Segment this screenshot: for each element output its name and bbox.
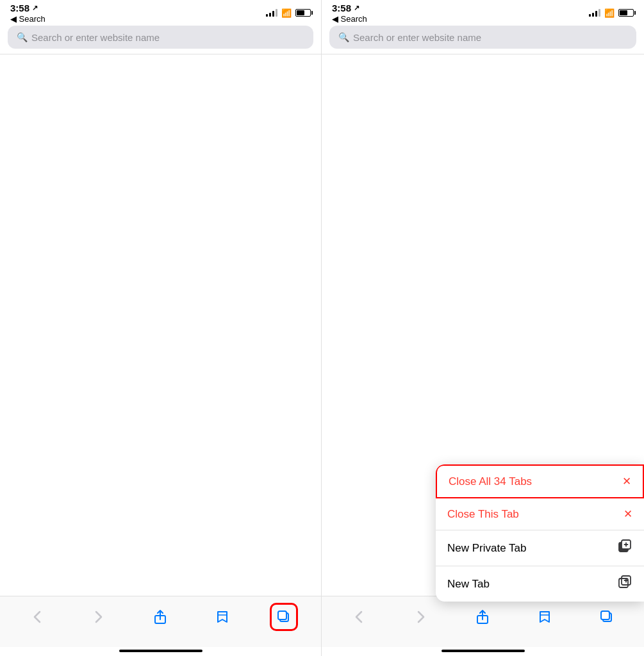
new-tab-icon — [618, 575, 632, 593]
svg-rect-2 — [278, 611, 286, 619]
right-wifi-icon: 📶 — [604, 8, 615, 18]
close-this-tab-icon: ✕ — [623, 507, 632, 521]
close-all-tabs-label: Close All 34 Tabs — [449, 475, 532, 488]
left-bookmarks-button[interactable] — [208, 603, 236, 631]
battery-icon — [295, 9, 311, 17]
new-private-tab-label: New Private Tab — [447, 542, 526, 555]
right-home-indicator — [442, 650, 525, 652]
location-icon: ↗ — [32, 4, 38, 12]
right-status-icons: 📶 — [589, 8, 634, 18]
left-status-icons: 📶 — [266, 8, 311, 18]
context-menu: Close All 34 Tabs ✕ Close This Tab ✕ New… — [436, 464, 644, 602]
right-share-button[interactable] — [468, 603, 497, 631]
left-back-nav[interactable]: ◀ Search — [10, 14, 45, 24]
left-search-bar[interactable]: 🔍 Search or enter website name — [8, 26, 313, 49]
wifi-icon: 📶 — [281, 8, 292, 18]
right-battery-icon — [618, 9, 634, 17]
right-status-bar: 3:58 ↗ ◀ Search 📶 — [322, 0, 644, 23]
right-location-icon: ↗ — [354, 4, 359, 12]
right-time: 3:58 ↗ — [332, 3, 367, 13]
left-back-button[interactable] — [23, 603, 51, 631]
close-all-tabs-icon: ✕ — [622, 475, 631, 488]
new-private-tab-icon — [618, 539, 632, 557]
new-tab-item[interactable]: New Tab — [436, 566, 644, 602]
left-content — [0, 54, 321, 596]
right-bookmarks-button[interactable] — [531, 603, 559, 631]
right-tabs-button[interactable] — [593, 603, 621, 631]
right-forward-button[interactable] — [407, 603, 435, 631]
new-tab-label: New Tab — [447, 578, 490, 591]
left-search-placeholder: Search or enter website name — [31, 32, 160, 43]
right-panel: 3:58 ↗ ◀ Search 📶 🔍 Search or enter webs… — [322, 0, 644, 656]
close-all-tabs-item[interactable]: Close All 34 Tabs ✕ — [436, 464, 644, 498]
left-panel: 3:58 ↗ ◀ Search 📶 🔍 Search or enter webs… — [0, 0, 322, 656]
svg-rect-13 — [601, 611, 609, 619]
left-share-button[interactable] — [146, 603, 174, 631]
left-tabs-button[interactable] — [270, 603, 298, 631]
right-toolbar — [322, 596, 644, 647]
close-this-tab-label: Close This Tab — [447, 508, 519, 521]
new-private-tab-item[interactable]: New Private Tab — [436, 530, 644, 566]
close-this-tab-item[interactable]: Close This Tab ✕ — [436, 498, 644, 530]
right-search-icon: 🔍 — [338, 32, 349, 42]
signal-icon — [266, 9, 277, 17]
right-search-bar[interactable]: 🔍 Search or enter website name — [329, 26, 636, 49]
right-signal-icon — [589, 9, 600, 17]
left-time: 3:58 ↗ — [10, 3, 45, 13]
left-status-bar: 3:58 ↗ ◀ Search 📶 — [0, 0, 321, 23]
left-forward-button[interactable] — [85, 603, 113, 631]
right-back-button[interactable] — [345, 603, 373, 631]
right-back-nav[interactable]: ◀ Search — [332, 14, 367, 24]
left-home-indicator — [119, 650, 202, 652]
left-toolbar — [0, 596, 321, 647]
right-search-placeholder: Search or enter website name — [353, 32, 481, 43]
search-icon: 🔍 — [17, 32, 28, 42]
svg-rect-7 — [619, 578, 628, 587]
